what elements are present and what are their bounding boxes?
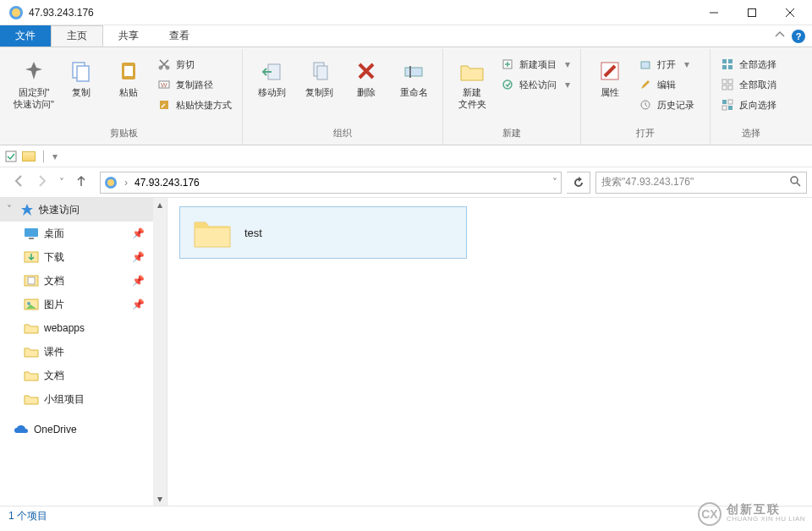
search-box[interactable]: 搜索"47.93.243.176" [595,172,807,194]
rename-button[interactable]: 重命名 [392,54,436,101]
edit-icon [639,78,652,91]
svg-rect-3 [748,8,755,16]
invert-selection-button[interactable]: 反向选择 [717,96,785,113]
svg-rect-32 [728,85,732,90]
chevron-right-icon[interactable]: › [123,177,129,189]
pin-to-quick-access-button[interactable]: 固定到" 快速访问" [12,54,56,113]
sidebar-item-pictures[interactable]: 图片 📌 [0,293,153,316]
qab-divider: │ [41,151,47,162]
onedrive-icon [14,424,29,435]
sidebar-item-courseware[interactable]: 课件 [0,340,153,364]
easy-access-button[interactable]: 轻松访问 ▾ [497,76,573,93]
folder-tiny-icon[interactable] [22,151,36,161]
svg-point-40 [791,177,798,183]
search-placeholder: 搜索"47.93.243.176" [601,175,789,189]
copy-button[interactable]: 复制 [59,54,103,101]
open-icon [639,57,652,71]
delete-button[interactable]: 删除 [344,54,388,101]
tab-share[interactable]: 共享 [103,25,154,47]
sidebar-quick-access[interactable]: ˅ 快速访问 [0,198,153,222]
maximize-button[interactable] [732,1,771,25]
breadcrumb[interactable]: 47.93.243.176 [134,177,200,189]
sidebar-item-webapps[interactable]: webapps [0,316,153,340]
svg-point-21 [503,80,512,89]
scroll-up-icon[interactable]: ▴ [153,198,167,211]
recent-dropdown-icon[interactable]: ˅ [59,177,64,189]
open-button[interactable]: 打开 ▾ [635,56,703,73]
paste-button[interactable]: 粘贴 [107,54,151,101]
svg-point-48 [27,302,30,305]
address-bar[interactable]: › 47.93.243.176 ˅ [100,172,562,194]
history-icon [639,98,652,112]
svg-rect-25 [722,59,727,63]
content-pane[interactable]: test [167,198,812,506]
refresh-button[interactable] [567,172,590,194]
help-icon[interactable]: ? [792,30,805,43]
copy-path-button[interactable]: W 复制路径 [154,76,235,93]
svg-rect-18 [405,68,422,76]
svg-line-41 [797,183,800,186]
new-item-button[interactable]: 新建项目 ▾ [497,56,573,73]
clipboard-group-label: 剪贴板 [110,125,138,143]
minimize-button[interactable] [694,1,732,25]
copy-to-button[interactable]: 复制到 [297,54,341,101]
svg-rect-36 [728,106,732,110]
svg-rect-42 [25,228,38,237]
cut-icon [157,57,171,71]
search-icon[interactable] [789,175,801,189]
up-button[interactable] [74,174,88,190]
pin-icon: 📌 [132,275,145,287]
checkbox-icon[interactable] [5,151,17,162]
cut-button[interactable]: 剪切 [154,56,235,73]
sidebar-item-group-project[interactable]: 小组项目 [0,387,153,411]
svg-rect-29 [722,79,727,84]
svg-rect-28 [728,65,732,69]
history-button[interactable]: 历史记录 [635,96,703,113]
copy-to-icon [305,57,332,85]
tab-home[interactable]: 主页 [51,25,103,47]
chevron-down-icon: ˅ [7,204,15,216]
svg-rect-30 [728,79,732,84]
select-all-icon [721,57,734,71]
select-group-label: 选择 [742,125,760,143]
scroll-down-icon[interactable]: ▾ [153,492,167,506]
tab-view[interactable]: 查看 [154,25,205,47]
pin-icon: 📌 [132,251,145,263]
svg-rect-43 [29,238,34,239]
move-to-button[interactable]: 移动到 [250,54,294,101]
svg-point-1 [12,8,20,17]
folder-icon [24,322,39,334]
paste-shortcut-button[interactable]: 粘贴快捷方式 [154,96,235,113]
forward-button[interactable] [36,174,49,190]
back-button[interactable] [12,174,25,190]
new-item-icon [501,57,514,71]
main-area: ˅ 快速访问 桌面 📌 下载 📌 文档 📌 图片 [0,198,812,506]
documents-icon [24,275,39,287]
sidebar-item-documents[interactable]: 文档 📌 [0,269,153,293]
tab-file[interactable]: 文件 [0,25,51,47]
network-location-icon [104,176,118,189]
sidebar-item-documents-2[interactable]: 文档 [0,364,153,387]
svg-rect-7 [77,66,89,81]
properties-button[interactable]: 属性 [588,54,632,101]
address-dropdown-icon[interactable]: ˅ [552,177,557,189]
edit-button[interactable]: 编辑 [635,76,703,93]
ribbon-group-organize: 移动到 复制到 删除 重命名 组织 [243,49,443,145]
downloads-icon [24,251,39,263]
sidebar-scrollbar[interactable]: ▴ ▾ [153,198,167,506]
ribbon-group-open: 属性 打开 ▾ 编辑 历史记录 打开 [581,49,710,145]
new-folder-button[interactable]: 新建 文件夹 [450,54,494,113]
select-none-button[interactable]: 全部取消 [717,76,785,93]
watermark-logo-icon: CX [698,502,721,526]
select-all-button[interactable]: 全部选择 [717,56,785,73]
sidebar-item-downloads[interactable]: 下载 📌 [0,245,153,269]
paste-shortcut-icon [157,98,171,112]
list-item[interactable]: test [179,206,467,259]
pin-icon: 📌 [132,298,145,310]
close-button[interactable] [771,1,809,25]
quick-access-bar: │ ▾ [0,145,812,167]
qab-overflow-icon[interactable]: ▾ [52,151,58,162]
sidebar-onedrive[interactable]: OneDrive [0,418,153,441]
sidebar-item-desktop[interactable]: 桌面 📌 [0,222,153,245]
collapse-ribbon-icon[interactable] [775,30,785,42]
